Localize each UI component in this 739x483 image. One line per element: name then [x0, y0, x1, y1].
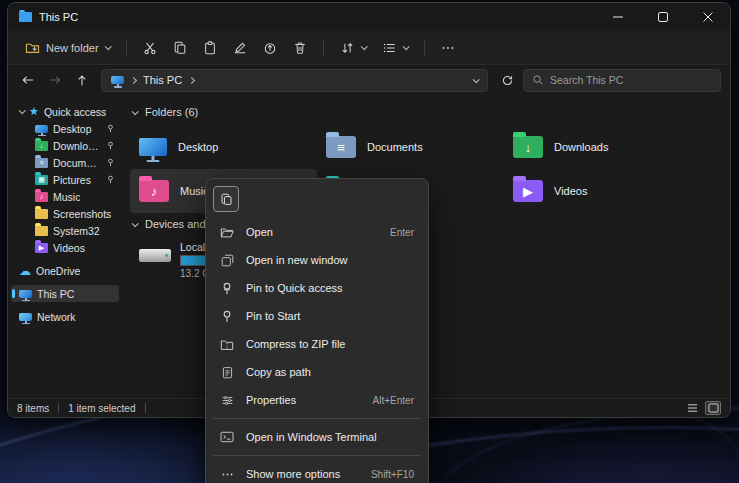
icons-view-button[interactable] [705, 401, 721, 415]
close-button[interactable] [685, 3, 730, 31]
address-dropdown-icon[interactable] [473, 76, 480, 83]
navigation-bar: This PC [8, 65, 730, 95]
zip-icon [219, 338, 235, 351]
view-button[interactable] [375, 36, 415, 60]
this-pc-icon [111, 76, 124, 84]
search-input[interactable] [550, 74, 712, 86]
copy-button[interactable] [166, 36, 194, 60]
share-button[interactable] [256, 36, 284, 60]
view-icon [382, 41, 397, 55]
new-folder-label: New folder [46, 42, 99, 54]
command-bar: New folder [8, 31, 730, 65]
selected-count: 1 item selected [68, 403, 135, 414]
pictures-icon: ▦ [35, 175, 48, 185]
menu-item-pin-quick-access[interactable]: Pin to Quick access [210, 274, 424, 302]
see-more-button[interactable] [434, 36, 462, 60]
sidebar-item-downloads[interactable]: ↓ Downloads [11, 137, 119, 154]
toolbar-divider [323, 39, 324, 57]
details-view-button[interactable] [684, 401, 700, 415]
pin-icon [219, 310, 235, 323]
menu-item-open-new-window[interactable]: Open in new window [210, 246, 424, 274]
paste-button[interactable] [196, 36, 224, 60]
pin-icon [106, 174, 115, 186]
sort-button[interactable] [333, 36, 373, 60]
delete-button[interactable] [286, 36, 314, 60]
menu-item-properties[interactable]: Properties Alt+Enter [210, 386, 424, 414]
music-icon: ♪ [35, 192, 48, 202]
refresh-button[interactable] [496, 69, 518, 91]
item-count: 8 items [17, 403, 49, 414]
menu-item-pin-to-start[interactable]: Pin to Start [210, 302, 424, 330]
sort-icon [340, 41, 355, 55]
folder-tile-documents[interactable]: ≡ Documents [317, 125, 504, 169]
up-button[interactable] [71, 69, 93, 91]
rename-button[interactable] [226, 36, 254, 60]
collapse-chevron-icon[interactable] [132, 108, 139, 115]
status-divider [58, 403, 59, 413]
cut-icon [143, 41, 157, 55]
folders-section-header[interactable]: Folders (6) [132, 103, 730, 121]
menu-item-compress-zip[interactable]: Compress to ZIP file [210, 330, 424, 358]
copy-quick-action-button[interactable] [213, 186, 239, 212]
refresh-icon [501, 74, 514, 87]
context-menu: Open Enter Open in new window Pin to Qui… [205, 178, 429, 483]
icons-view-icon [708, 403, 719, 413]
more-icon [441, 41, 455, 55]
breadcrumb-root[interactable]: This PC [143, 74, 182, 86]
up-icon [76, 74, 88, 87]
videos-folder-icon: ▶ [513, 180, 543, 202]
chevron-down-icon[interactable] [19, 107, 26, 114]
titlebar: This PC [8, 3, 730, 31]
menu-item-open-windows-terminal[interactable]: Open in Windows Terminal [210, 423, 424, 451]
search-box[interactable] [523, 69, 721, 92]
new-folder-button[interactable]: New folder [18, 36, 117, 59]
share-icon [263, 41, 277, 55]
paste-icon [203, 41, 217, 55]
folder-tile-videos[interactable]: ▶ Videos [504, 169, 691, 213]
folder-tile-downloads[interactable]: ↓ Downloads [504, 125, 691, 169]
search-icon [532, 74, 544, 86]
more-options-icon [219, 468, 235, 481]
sidebar-item-videos[interactable]: ▶ Videos [11, 239, 119, 256]
toolbar-divider [126, 39, 127, 57]
forward-button[interactable] [44, 69, 66, 91]
network-icon [19, 313, 32, 321]
open-icon [219, 226, 235, 239]
chevron-down-icon [104, 43, 111, 50]
sidebar-item-onedrive[interactable]: ☁ OneDrive [11, 262, 119, 279]
menu-item-show-more-options[interactable]: Show more options Shift+F10 [210, 460, 424, 483]
folder-icon [35, 209, 48, 219]
sidebar-item-desktop[interactable]: Desktop [11, 120, 119, 137]
back-button[interactable] [17, 69, 39, 91]
cut-button[interactable] [136, 36, 164, 60]
sidebar-item-this-pc[interactable]: This PC [11, 285, 119, 302]
menu-item-open[interactable]: Open Enter [210, 218, 424, 246]
address-bar[interactable]: This PC [101, 69, 488, 92]
videos-icon: ▶ [35, 243, 48, 253]
sidebar-item-pictures[interactable]: ▦ Pictures [11, 171, 119, 188]
close-icon [703, 12, 713, 22]
sidebar-item-documents[interactable]: ≡ Documents [11, 154, 119, 171]
sidebar-item-screenshots[interactable]: Screenshots [11, 205, 119, 222]
menu-divider [213, 418, 421, 419]
new-window-icon [219, 254, 235, 267]
details-view-icon [687, 403, 698, 413]
sidebar-item-network[interactable]: Network [11, 308, 119, 325]
toolbar-divider [424, 39, 425, 57]
chevron-down-icon [402, 43, 409, 50]
folder-tile-desktop[interactable]: Desktop [130, 125, 317, 169]
sidebar-item-quick-access[interactable]: ★ Quick access [11, 103, 119, 120]
breadcrumb-chevron-icon[interactable] [188, 76, 195, 83]
sidebar-item-system32[interactable]: System32 [11, 222, 119, 239]
copy-path-icon [219, 366, 235, 379]
collapse-chevron-icon[interactable] [132, 220, 139, 227]
maximize-button[interactable] [640, 3, 685, 31]
breadcrumb-chevron-icon [130, 76, 137, 83]
delete-icon [293, 41, 307, 55]
menu-item-copy-as-path[interactable]: Copy as path [210, 358, 424, 386]
this-pc-icon [19, 290, 32, 298]
pin-icon [106, 140, 115, 152]
sidebar-item-music[interactable]: ♪ Music [11, 188, 119, 205]
minimize-button[interactable] [595, 3, 640, 31]
menu-divider [213, 455, 421, 456]
